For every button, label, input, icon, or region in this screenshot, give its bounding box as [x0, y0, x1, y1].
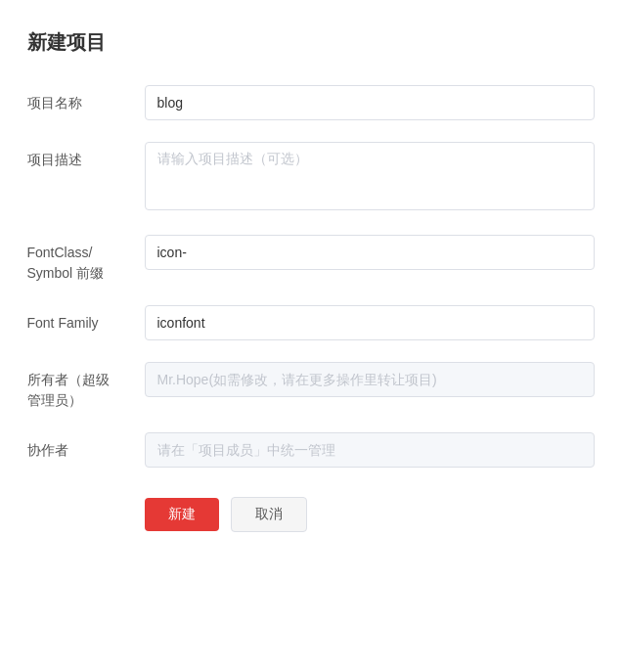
project-name-label: 项目名称: [27, 85, 145, 113]
font-class-row: FontClass/ Symbol 前缀: [27, 235, 595, 284]
collaborator-row: 协作者: [27, 432, 595, 468]
owner-row: 所有者（超级 管理员）: [27, 362, 595, 411]
project-desc-label: 项目描述: [27, 142, 145, 170]
project-name-input[interactable]: [145, 85, 595, 120]
project-name-input-wrap: [145, 85, 595, 120]
create-button[interactable]: 新建: [145, 498, 219, 531]
project-desc-row: 项目描述: [27, 142, 595, 213]
font-family-label: Font Family: [27, 305, 145, 334]
form-container: 新建项目 项目名称 项目描述 FontClass/ Symbol 前缀 Font…: [27, 29, 595, 532]
project-name-row: 项目名称: [27, 85, 595, 120]
page-title: 新建项目: [27, 29, 595, 56]
font-family-input[interactable]: [145, 305, 595, 340]
font-family-input-wrap: [145, 305, 595, 340]
project-desc-input-wrap: [145, 142, 595, 213]
cancel-button[interactable]: 取消: [231, 497, 307, 532]
owner-label-line1: 所有者（超级: [27, 372, 110, 387]
owner-label: 所有者（超级 管理员）: [27, 362, 145, 411]
collaborator-input-wrap: [145, 432, 595, 468]
font-class-label-line1: FontClass/: [27, 245, 93, 260]
owner-label-line2: 管理员）: [27, 392, 82, 408]
font-class-input-wrap: [145, 235, 595, 270]
font-class-label: FontClass/ Symbol 前缀: [27, 235, 145, 284]
font-family-row: Font Family: [27, 305, 595, 340]
project-desc-textarea[interactable]: [145, 142, 595, 210]
collaborator-label: 协作者: [27, 432, 145, 461]
button-row: 新建 取消: [27, 497, 595, 532]
owner-input: [145, 362, 595, 397]
owner-input-wrap: [145, 362, 595, 397]
font-class-label-line2: Symbol 前缀: [27, 265, 105, 281]
collaborator-input: [145, 432, 595, 468]
font-class-input[interactable]: [145, 235, 595, 270]
